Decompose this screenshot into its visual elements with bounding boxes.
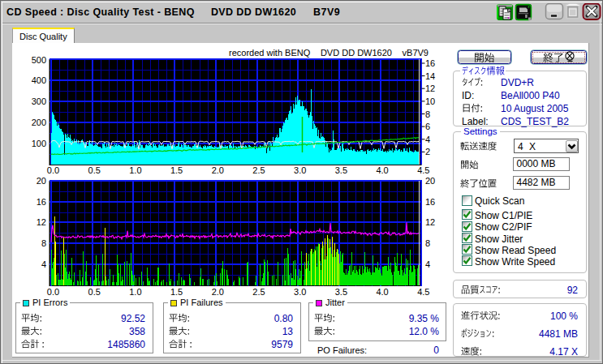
svg-text:2.5: 2.5 [252, 287, 265, 297]
svg-text:20: 20 [425, 176, 435, 186]
svg-text:1.5: 1.5 [170, 165, 183, 175]
svg-text:3.5: 3.5 [335, 165, 347, 175]
svg-text:4: 4 [425, 135, 430, 144]
svg-text:1.5: 1.5 [170, 287, 183, 297]
svg-text:4: 4 [425, 259, 430, 269]
svg-text:10: 10 [425, 96, 435, 106]
svg-text:100: 100 [32, 139, 46, 148]
svg-text:3.5: 3.5 [335, 287, 347, 297]
svg-text:8: 8 [41, 238, 46, 248]
svg-text:12: 12 [37, 217, 46, 227]
svg-text:12: 12 [425, 217, 435, 227]
svg-text:0.0: 0.0 [47, 165, 59, 175]
svg-text:1.0: 1.0 [129, 165, 141, 175]
svg-text:4.0: 4.0 [376, 287, 388, 297]
svg-text:8: 8 [425, 109, 430, 119]
svg-text:16: 16 [425, 58, 435, 68]
svg-text:3.0: 3.0 [294, 165, 306, 175]
svg-text:12: 12 [425, 84, 435, 93]
svg-text:4: 4 [41, 259, 46, 269]
svg-text:500: 500 [32, 55, 46, 65]
svg-text:4.5: 4.5 [417, 165, 429, 175]
svg-text:0.5: 0.5 [88, 165, 101, 175]
svg-text:20: 20 [37, 176, 46, 186]
svg-text:2.5: 2.5 [252, 165, 265, 175]
svg-text:16: 16 [37, 197, 46, 207]
svg-text:400: 400 [32, 75, 46, 85]
svg-text:16: 16 [425, 197, 435, 207]
svg-text:1.0: 1.0 [129, 287, 141, 297]
svg-text:0.0: 0.0 [47, 287, 59, 297]
svg-text:2.0: 2.0 [212, 287, 224, 297]
svg-text:2: 2 [425, 147, 430, 156]
svg-text:8: 8 [425, 238, 430, 248]
svg-text:200: 200 [32, 118, 46, 127]
svg-text:300: 300 [32, 96, 46, 106]
svg-text:6: 6 [425, 122, 430, 131]
svg-text:14: 14 [425, 71, 435, 81]
svg-text:2.0: 2.0 [212, 165, 224, 175]
svg-text:3.0: 3.0 [294, 287, 306, 297]
svg-text:4.5: 4.5 [417, 287, 429, 297]
svg-text:0.5: 0.5 [88, 287, 101, 297]
svg-text:4.0: 4.0 [376, 165, 388, 175]
